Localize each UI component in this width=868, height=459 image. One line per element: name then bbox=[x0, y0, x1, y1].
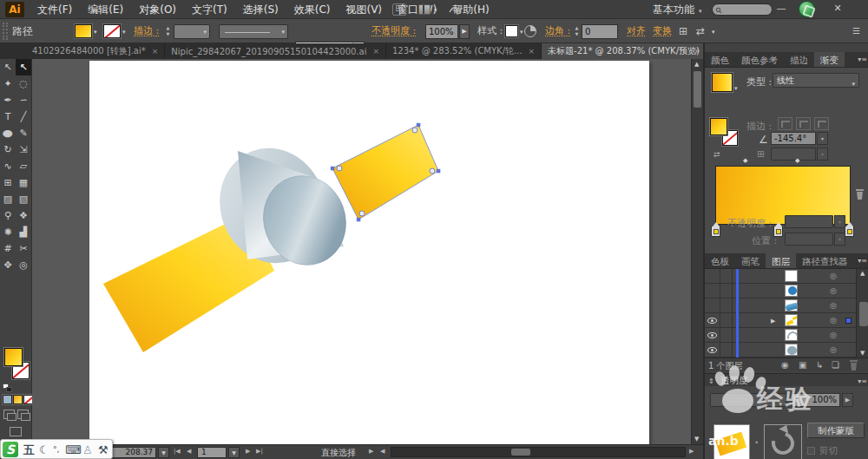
corner-link[interactable]: 边角 : bbox=[545, 19, 570, 43]
stroke-color-swatch[interactable] bbox=[103, 24, 121, 38]
gradient-angle-field[interactable]: -145.4° bbox=[771, 132, 816, 145]
horizontal-scrollbar[interactable] bbox=[391, 447, 686, 457]
ime-toolbar[interactable]: S 五 ☾ °, ⌨ ♙ ⚒ bbox=[0, 439, 113, 459]
workspace-switcher[interactable]: 基本功能▾ bbox=[653, 0, 702, 21]
ime-mode[interactable]: 五 bbox=[23, 440, 35, 459]
panel-menu-icon[interactable]: ▾≡ bbox=[858, 52, 867, 68]
target-icon[interactable]: ◎ bbox=[830, 331, 837, 339]
tab-color[interactable]: 颜色 bbox=[705, 52, 735, 67]
gradient-midpoint-icon[interactable]: ◆ bbox=[743, 157, 747, 164]
tool-perspective-grid[interactable]: ▦ bbox=[16, 174, 31, 191]
ime-person-icon[interactable]: ♙ bbox=[82, 440, 93, 459]
layer-row-5[interactable]: ◎ bbox=[705, 328, 856, 343]
close-tab-icon[interactable]: × bbox=[152, 47, 159, 56]
stroke-weight-dropdown[interactable]: ▾ bbox=[174, 24, 210, 39]
tool-paintbrush[interactable]: ∽ bbox=[16, 92, 31, 108]
tool-zoom[interactable]: ◎ bbox=[16, 257, 31, 273]
delete-stop-icon[interactable] bbox=[855, 189, 865, 200]
menu-effect[interactable]: 效果(C) bbox=[286, 0, 339, 19]
tool-lasso[interactable]: ◌ bbox=[16, 75, 31, 92]
bridge-icon[interactable]: Br bbox=[392, 3, 406, 16]
layers-scroll-thumb[interactable] bbox=[859, 302, 868, 326]
close-tab-icon[interactable]: × bbox=[529, 47, 536, 56]
last-artboard-icon[interactable]: ▶| bbox=[256, 448, 263, 455]
prev-artboard-icon[interactable]: ◀ bbox=[187, 448, 191, 455]
close-tab-icon[interactable]: × bbox=[372, 47, 379, 56]
close-button[interactable]: ✕ bbox=[829, 3, 846, 14]
tool-selection[interactable]: ↖ bbox=[0, 59, 16, 75]
make-clipping-mask-icon[interactable]: ▣ bbox=[799, 360, 806, 370]
target-icon[interactable]: ◎ bbox=[830, 316, 837, 325]
artboard-number-field[interactable]: 1 bbox=[197, 447, 227, 458]
stroke-weight-stepper[interactable]: ▲▼ bbox=[164, 24, 172, 38]
eye-icon[interactable] bbox=[707, 332, 717, 338]
solar-panel-small-selected[interactable] bbox=[331, 123, 441, 222]
ime-moon-icon[interactable]: ☾ bbox=[39, 440, 49, 459]
next-artboard-icon[interactable]: ▶ bbox=[246, 448, 250, 455]
document-tab-4-active[interactable]: 未标题-21* @ 208.37% (CMYK/预览)× bbox=[542, 43, 719, 59]
share-icon[interactable] bbox=[448, 3, 462, 16]
tool-width[interactable]: ∿ bbox=[0, 158, 16, 174]
status-expand-icon[interactable]: ▶ bbox=[369, 448, 373, 455]
tool-line-segment[interactable]: ╱ bbox=[16, 108, 31, 125]
tool-mesh[interactable]: ▨ bbox=[0, 191, 16, 207]
layer-row-4-selected[interactable]: ▶◎ bbox=[705, 313, 856, 328]
scroll-down-icon[interactable]: ▼ bbox=[860, 350, 865, 357]
default-fill-stroke-icon[interactable] bbox=[3, 384, 14, 393]
tab-swatches[interactable]: 色板 bbox=[705, 253, 735, 268]
locate-object-icon[interactable]: ◉ bbox=[781, 360, 789, 370]
opacity-field[interactable]: 100% bbox=[425, 24, 458, 39]
minimize-button[interactable]: — bbox=[773, 3, 790, 14]
chevron-down-icon[interactable]: ▾ bbox=[712, 29, 715, 36]
tool-slice[interactable]: ✂ bbox=[16, 240, 31, 257]
horizontal-scroll-thumb[interactable] bbox=[511, 449, 530, 456]
target-icon[interactable]: ◎ bbox=[830, 286, 837, 295]
ime-punct-icon[interactable]: °, bbox=[53, 440, 59, 459]
eye-icon[interactable] bbox=[707, 318, 717, 324]
gradient-stop-left[interactable] bbox=[711, 226, 720, 237]
ime-logo[interactable]: S bbox=[3, 442, 18, 457]
tool-ellipse[interactable]: ● bbox=[0, 125, 16, 141]
document-tab-3[interactable]: 1234* @ 283.52% (CMYK/轮...× bbox=[386, 43, 542, 59]
menu-edit[interactable]: 编辑(E) bbox=[80, 0, 131, 19]
layer-row-1[interactable]: ◎ bbox=[705, 269, 856, 284]
opacity-play-icon[interactable]: ▶ bbox=[842, 393, 853, 407]
tool-direct-selection[interactable]: ↖ bbox=[16, 59, 31, 75]
gradient-midpoint-icon[interactable]: ◆ bbox=[795, 157, 799, 164]
panel-options-icon[interactable]: ☰ bbox=[852, 19, 860, 43]
hscroll-left-icon[interactable]: ◀ bbox=[380, 448, 385, 455]
zoom-level-field[interactable]: 208.37 bbox=[106, 447, 156, 458]
draw-behind-icon[interactable] bbox=[17, 410, 29, 419]
tool-free-transform[interactable]: ▱ bbox=[16, 158, 31, 174]
stroke-gradient-along-button[interactable] bbox=[796, 117, 811, 130]
align-link[interactable]: 对齐 bbox=[627, 19, 646, 43]
vertical-scroll-thumb[interactable] bbox=[694, 71, 701, 108]
artboard-dropdown-icon[interactable]: ▼ bbox=[228, 447, 240, 458]
isolate-icon[interactable]: ⊞ bbox=[679, 19, 687, 43]
scroll-up-icon[interactable]: ▲ bbox=[694, 61, 699, 68]
new-sublayer-icon[interactable]: ↳ bbox=[816, 360, 823, 370]
mask-thumbnail-area[interactable] bbox=[764, 424, 802, 459]
tool-pencil[interactable]: ✎ bbox=[16, 125, 31, 141]
shaper-icon[interactable] bbox=[524, 25, 536, 37]
target-icon[interactable]: ◎ bbox=[830, 345, 837, 354]
layer-row-2[interactable]: ◎ bbox=[705, 284, 856, 298]
tool-blend[interactable]: ❖ bbox=[16, 207, 31, 224]
stroke-caret-icon[interactable]: ▾ bbox=[122, 29, 126, 36]
tool-gradient[interactable]: ▧ bbox=[16, 191, 31, 207]
stroke-weight-link[interactable]: 描边 : bbox=[134, 19, 159, 43]
variable-width-profile-dropdown[interactable]: ▾ bbox=[219, 24, 288, 39]
menu-view[interactable]: 视图(V) bbox=[338, 0, 390, 19]
document-tab-2[interactable]: Nipic_29842067_20190905150104423000.ai× bbox=[165, 43, 386, 59]
tab-color-guide[interactable]: 颜色参考 bbox=[735, 52, 784, 67]
expand-icon[interactable]: ▶ bbox=[771, 318, 775, 325]
make-mask-button[interactable]: 制作蒙版 bbox=[807, 423, 865, 438]
eye-icon[interactable] bbox=[707, 347, 717, 353]
gradient-swatch-caret-icon[interactable]: ▾ bbox=[734, 85, 738, 92]
collapse-icon[interactable]: ⇕ bbox=[708, 377, 714, 385]
tab-stroke[interactable]: 描边 bbox=[784, 52, 814, 67]
tool-eyedropper[interactable]: ⚲ bbox=[0, 207, 16, 224]
tool-scale[interactable]: ⇲ bbox=[16, 141, 31, 158]
blend-mode-dropdown[interactable]: ▾ bbox=[710, 393, 786, 407]
ime-wrench-icon[interactable]: ⚒ bbox=[98, 440, 108, 459]
